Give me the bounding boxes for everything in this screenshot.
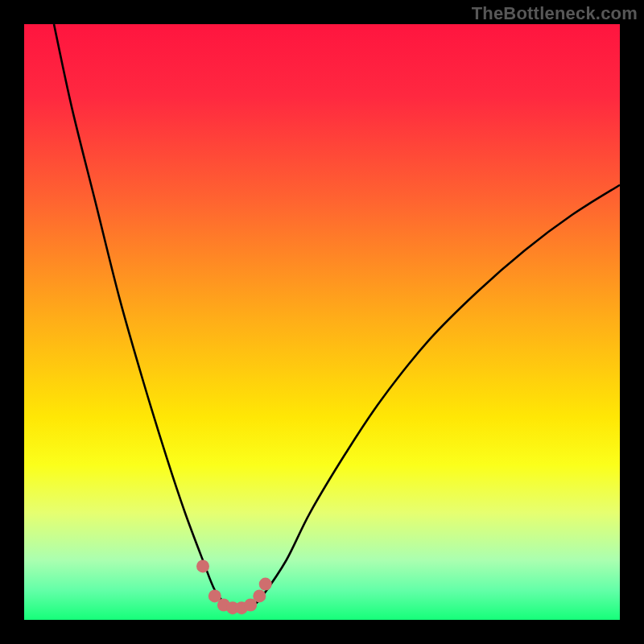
plot-area [24,24,620,620]
watermark-text: TheBottleneck.com [472,3,638,24]
valley-marker [253,589,266,602]
curve-layer [24,24,620,620]
valley-marker [196,559,209,572]
valley-markers-group [196,559,272,614]
chart-frame: TheBottleneck.com [0,0,644,644]
bottleneck-curve [54,24,620,609]
valley-marker [259,578,272,591]
